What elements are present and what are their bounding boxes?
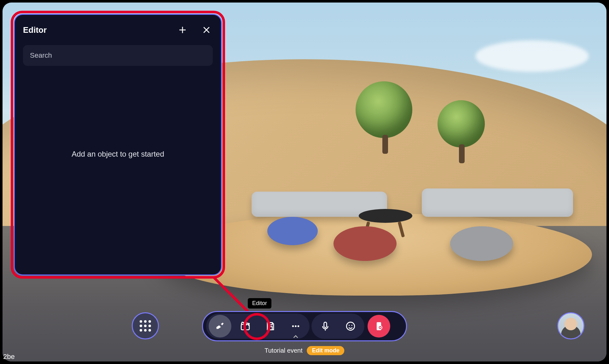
event-name: Tutorial event: [264, 347, 302, 354]
editor-title: Editor: [23, 25, 47, 35]
svg-rect-13: [324, 322, 327, 327]
close-button[interactable]: [200, 24, 213, 36]
editor-panel: Editor Add an object to get started: [14, 14, 222, 275]
ottoman-grey: [450, 226, 513, 261]
editor-tooltip: Editor: [248, 298, 271, 309]
svg-rect-9: [269, 326, 272, 330]
ottoman-red: [334, 226, 397, 261]
svg-point-11: [295, 325, 297, 327]
cloud: [475, 40, 589, 72]
svg-rect-5: [241, 324, 249, 330]
emoji-icon: [345, 321, 356, 332]
menu-button[interactable]: [132, 312, 159, 339]
leave-icon: [374, 321, 384, 332]
add-button[interactable]: [176, 24, 189, 36]
tool-editor[interactable]: [209, 315, 231, 338]
more-icon: [290, 321, 301, 332]
tree-trunk: [459, 144, 465, 163]
search-box[interactable]: [23, 45, 213, 66]
tool-group-left: [206, 314, 310, 339]
svg-point-16: [349, 325, 350, 326]
tool-emoji[interactable]: [339, 315, 362, 338]
coffee-table: [359, 209, 412, 223]
footer-labels: Tutorial event Edit mode: [264, 346, 344, 355]
tool-more[interactable]: [284, 315, 307, 338]
svg-point-17: [351, 325, 352, 326]
svg-point-10: [292, 325, 294, 327]
tool-leave[interactable]: [368, 315, 390, 338]
tree: [438, 100, 485, 147]
corner-text: 2be: [3, 353, 15, 361]
tool-media[interactable]: [234, 315, 257, 338]
save-icon: [265, 321, 276, 332]
close-icon: [202, 25, 211, 35]
plus-icon: [178, 25, 187, 35]
avatar-head: [565, 318, 577, 330]
tool-save[interactable]: [259, 315, 282, 338]
search-input[interactable]: [30, 51, 206, 60]
edit-mode-badge: Edit mode: [307, 346, 345, 355]
bottom-toolbar: [202, 311, 407, 341]
tree: [356, 81, 412, 138]
sofa-right: [422, 188, 573, 217]
svg-point-12: [298, 325, 299, 327]
editor-icon: [215, 321, 225, 332]
clapperboard-icon: [240, 321, 251, 332]
svg-point-15: [346, 322, 355, 330]
svg-rect-8: [269, 323, 272, 325]
tool-mic[interactable]: [314, 315, 337, 338]
grid-icon: [140, 320, 151, 332]
editor-empty-message: Add an object to get started: [15, 150, 221, 159]
tool-group-right: [311, 314, 364, 339]
chevron-up-icon: [293, 335, 299, 339]
ottoman-blue: [267, 217, 318, 245]
avatar-button[interactable]: [557, 312, 584, 339]
tree-trunk: [382, 135, 388, 154]
mic-icon: [320, 321, 331, 332]
